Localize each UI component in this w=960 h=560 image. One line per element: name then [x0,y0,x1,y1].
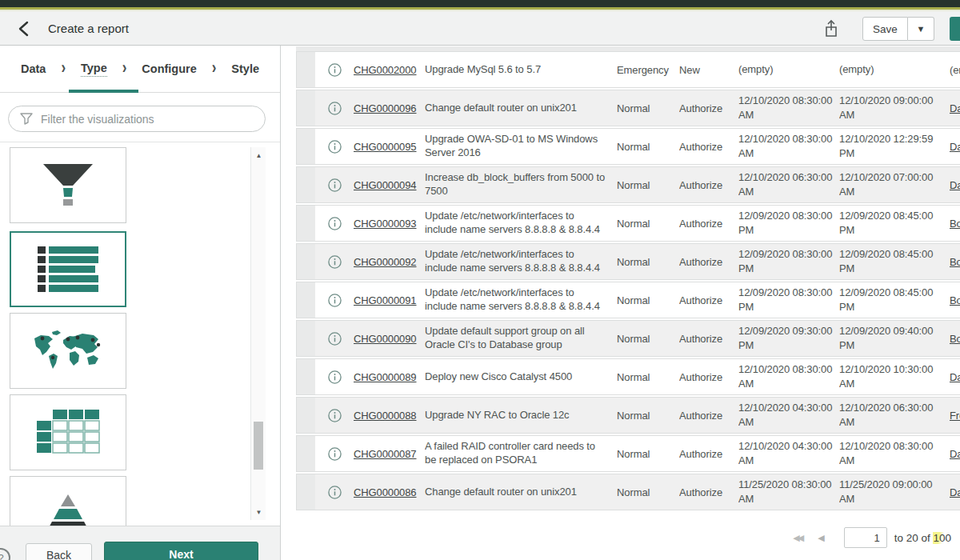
change-number-link[interactable]: CHG0000088 [354,398,425,433]
scrollbar-thumb[interactable] [254,422,263,470]
planned-start-date: 12/10/2020 06:30:00 AM [738,167,839,202]
planned-start-date: (empty) [738,52,839,87]
planned-end-date: 12/10/2020 08:30:00 AM [839,436,950,471]
panel-scrollbar[interactable]: ▲ ▼ [250,147,266,520]
change-number-link[interactable]: CHG0000090 [354,321,425,356]
tab-style[interactable]: Style [231,62,259,75]
table-row: CHG0000091 Update /etc/network/interface… [296,282,960,318]
short-description: Update default support group on all Orac… [425,321,617,356]
table-row: CHG0000093 Update /etc/network/interface… [296,205,960,242]
info-icon[interactable] [315,359,354,394]
tab-data[interactable]: Data [21,62,46,75]
planned-end-date: 12/10/2020 12:29:59 PM [839,129,950,164]
change-number-link[interactable]: CHG0000096 [354,90,425,126]
info-icon[interactable] [315,282,354,318]
priority-value: Normal [617,167,679,202]
state-value: Authorize [679,398,738,433]
viz-type-bar-list[interactable] [10,231,126,307]
panel-footer: ? Back Next [0,526,280,560]
assignee-link[interactable]: Dav [950,474,960,510]
back-button[interactable]: Back [26,543,92,560]
short-description: Deploy new Cisco Catalyst 4500 [425,359,617,394]
active-tab-indicator [69,90,138,93]
info-icon[interactable] [315,206,354,241]
scroll-down-icon[interactable]: ▼ [251,506,266,518]
heatmap-table-icon [36,410,100,456]
scroll-up-icon[interactable]: ▲ [251,149,266,162]
planned-end-date: 12/10/2020 09:00:00 AM [839,90,950,126]
save-dropdown-button[interactable]: ▼ [908,17,934,41]
save-button[interactable]: Save [862,17,908,41]
short-description: Upgrade MySql 5.6 to 5.7 [425,52,617,87]
page-number-input[interactable] [844,527,887,548]
info-icon[interactable] [315,436,354,471]
priority-value: Normal [617,244,679,279]
assignee-link[interactable]: Bow [950,321,960,356]
assignee-link[interactable]: Bow [950,244,960,279]
priority-value: Normal [617,398,679,433]
clipped-action-button[interactable] [950,17,960,41]
funnel-chart-icon [42,164,94,207]
info-icon[interactable] [315,52,354,87]
change-number-link[interactable]: CHG0000093 [354,206,425,241]
assignee-link[interactable]: (em [950,52,960,87]
planned-start-date: 12/10/2020 08:30:00 AM [738,359,839,394]
save-split-button: Save ▼ [862,17,934,41]
viz-type-world-map[interactable] [10,313,126,389]
viz-type-heatmap-table[interactable] [10,394,126,470]
assignee-link[interactable]: Dav [950,90,960,126]
info-icon[interactable] [315,129,354,164]
priority-value: Emergency [617,52,679,87]
assignee-link[interactable]: Bow [950,206,960,241]
assignee-link[interactable]: Dav [950,167,960,202]
assignee-link[interactable]: Dav [950,359,960,394]
row-gutter [297,90,315,126]
row-gutter [297,206,315,241]
change-number-link[interactable]: CHG0000091 [354,282,425,318]
change-number-link[interactable]: CHG0002000 [354,52,425,87]
table-row: CHG0000094 Increase db_block_buffers fro… [296,166,960,203]
change-number-link[interactable]: CHG0000089 [354,359,425,394]
page-title: Create a report [48,22,129,35]
filter-input[interactable] [41,113,241,126]
info-icon[interactable] [315,90,354,126]
chevron-right-icon: › [122,59,127,79]
assignee-link[interactable]: Fre [950,398,960,433]
info-icon[interactable] [315,244,354,279]
chevron-right-icon: › [212,59,217,79]
row-gutter [297,321,315,356]
info-icon[interactable] [315,398,354,433]
planned-end-date: 12/09/2020 08:45:00 PM [839,244,950,279]
row-gutter [297,398,315,433]
row-gutter [297,167,315,202]
change-number-link[interactable]: CHG0000092 [354,244,425,279]
funnel-filter-icon [20,113,33,125]
info-icon[interactable] [315,167,354,202]
help-icon[interactable]: ? [0,548,10,560]
info-icon[interactable] [315,474,354,510]
planned-start-date: 12/10/2020 08:30:00 AM [738,129,839,164]
next-button[interactable]: Next [104,542,258,560]
planned-start-date: 12/10/2020 08:30:00 AM [738,90,839,126]
assignee-link[interactable]: Dav [950,436,960,471]
row-range-label: to 20 of 100 [894,532,951,544]
viz-type-funnel[interactable] [10,147,126,223]
info-icon[interactable] [315,321,354,356]
previous-page-icon[interactable]: ◀ [818,533,824,543]
change-number-link[interactable]: CHG0000095 [354,129,425,164]
first-page-icon[interactable]: ◀◀ [793,533,802,543]
state-value: Authorize [679,474,738,510]
assignee-link[interactable]: Bow [950,282,960,318]
tab-configure[interactable]: Configure [142,62,196,75]
state-value: Authorize [679,359,738,394]
row-gutter [297,129,315,164]
change-number-link[interactable]: CHG0000087 [354,436,425,471]
wizard-breadcrumb: Data › Type › Configure › Style [0,46,280,93]
tab-type[interactable]: Type [81,62,107,77]
assignee-link[interactable]: Dav [950,129,960,164]
state-value: Authorize [679,436,738,471]
share-icon[interactable] [822,19,840,38]
change-number-link[interactable]: CHG0000094 [354,167,425,202]
change-number-link[interactable]: CHG0000086 [354,474,425,510]
back-chevron-icon[interactable] [16,20,34,38]
